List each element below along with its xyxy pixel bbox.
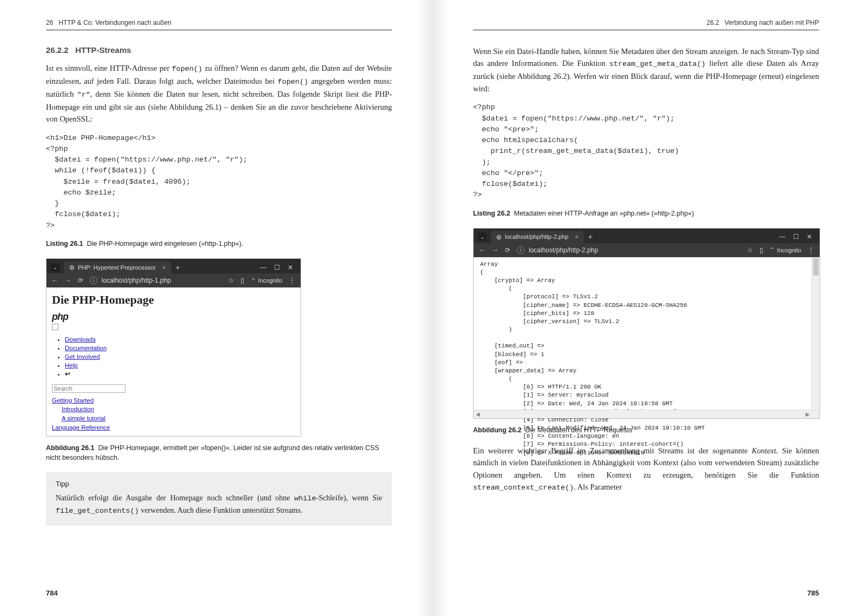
back-icon[interactable]: ←	[479, 246, 485, 254]
nav-link[interactable]: Get Involved	[65, 353, 100, 360]
nav-link[interactable]: Downloads	[65, 336, 96, 343]
running-head-right: 26.2 Verbindung nach außen mit PHP	[473, 19, 819, 30]
body-paragraph: Wenn Sie ein Datei-Handle haben, können …	[473, 45, 819, 95]
doc-link[interactable]: Language Reference	[52, 424, 110, 431]
search-input[interactable]	[52, 384, 125, 393]
tip-box: Tipp Natürlich erfolgt die Ausgabe der H…	[46, 472, 392, 526]
favicon-icon: ◍	[496, 233, 502, 240]
vertical-scrollbar[interactable]	[811, 257, 820, 410]
nav-link[interactable]: Documentation	[65, 345, 107, 351]
runhead-num: 26	[46, 19, 53, 26]
page-number: 784	[46, 589, 58, 597]
figure-caption: Abbildung 26.1 Die PHP-Homepage, ermitte…	[46, 443, 392, 463]
listing-caption: Listing 26.1 Die PHP-Homepage wird einge…	[46, 239, 392, 249]
page-number: 785	[807, 589, 819, 597]
menu-icon[interactable]: ⋮	[289, 277, 295, 284]
bookmark-icon[interactable]: ☆	[747, 246, 753, 254]
incognito-icon: ⌃	[770, 246, 775, 253]
horizontal-scrollbar[interactable]: ◀ ▶	[474, 410, 820, 418]
new-tab-button[interactable]: +	[176, 263, 180, 272]
section-heading: 26.2.2 HTTP-Streams	[46, 45, 392, 55]
maximize-icon[interactable]: ☐	[793, 233, 799, 240]
browser-screenshot: ⌄ ◍ PHP: Hypertext Preprocessor × + — ☐ …	[46, 258, 301, 437]
reader-icon[interactable]: ▯	[241, 277, 244, 284]
browser-tab[interactable]: ◍ localhost/php/http-2.php ×	[491, 231, 584, 243]
site-info-icon[interactable]: i	[517, 246, 524, 254]
site-info-icon[interactable]: i	[90, 277, 97, 284]
doc-link[interactable]: Getting Started	[52, 397, 94, 404]
running-head-left: 26 HTTP & Co: Verbindungen nach außen	[46, 19, 392, 30]
close-tab-icon[interactable]: ×	[162, 264, 165, 271]
code-block: <?php $datei = fopen("https://www.php.ne…	[473, 102, 819, 200]
reload-icon[interactable]: ⟳	[78, 277, 83, 284]
tab-title: localhost/php/http-2.php	[505, 233, 568, 240]
close-window-icon[interactable]: ✕	[288, 264, 293, 271]
close-tab-icon[interactable]: ×	[575, 233, 578, 240]
tip-label: Tipp	[56, 480, 382, 488]
forward-icon[interactable]: →	[492, 246, 498, 254]
nav-list: Downloads Documentation Get Involved Hel…	[65, 335, 295, 378]
code-block: <h1>Die PHP-Homepage</h1> <?php $datei =…	[46, 133, 392, 231]
forward-icon[interactable]: →	[65, 277, 71, 284]
doc-links: Getting Started Introduction A simple tu…	[52, 396, 295, 432]
checkbox-icon[interactable]	[52, 324, 58, 330]
new-tab-button[interactable]: +	[588, 232, 593, 241]
doc-link[interactable]: Introduction	[62, 406, 94, 412]
scroll-right-icon[interactable]: ▶	[803, 410, 812, 418]
runhead-title: HTTP & Co: Verbindungen nach außen	[58, 19, 171, 26]
incognito-badge: ⌃Incognito	[770, 246, 801, 253]
php-favicon-icon: ◍	[69, 264, 75, 271]
scroll-left-icon[interactable]: ◀	[474, 410, 482, 418]
tab-dropdown-icon[interactable]: ⌄	[478, 232, 487, 241]
close-window-icon[interactable]: ✕	[807, 233, 812, 240]
minimize-icon[interactable]: —	[260, 264, 267, 271]
url-text[interactable]: localhost/php/http-2.php	[529, 246, 598, 254]
url-text[interactable]: localhost/php/http-1.php	[102, 277, 171, 284]
page-h1: Die PHP-Homepage	[52, 293, 295, 307]
incognito-icon: ⌃	[251, 277, 256, 284]
tab-dropdown-icon[interactable]: ⌄	[51, 263, 59, 272]
back-icon[interactable]: ←	[52, 277, 58, 284]
tip-body: Natürlich erfolgt die Ausgabe der Homepa…	[56, 492, 382, 517]
output-pre: Array ( [crypto] => Array ( [protocol] =…	[480, 260, 817, 457]
runhead-num: 26.2	[707, 19, 719, 26]
listing-caption: Listing 26.2 Metadaten einer HTTP-Anfrag…	[473, 209, 819, 218]
doc-link[interactable]: A simple tutorial	[62, 415, 105, 421]
body-paragraph: Ist es sinnvoll, eine HTTP-Adresse per f…	[46, 62, 392, 125]
page-left: 26 HTTP & Co: Verbindungen nach außen 26…	[0, 0, 432, 616]
menu-icon[interactable]: ⋮	[808, 246, 814, 254]
tab-title: PHP: Hypertext Preprocessor	[78, 264, 156, 271]
arrow-icon: ↩	[65, 371, 70, 377]
nav-link[interactable]: Help	[65, 362, 78, 369]
runhead-title: Verbindung nach außen mit PHP	[724, 19, 819, 26]
bookmark-icon[interactable]: ☆	[228, 277, 234, 284]
browser-screenshot: ⌄ ◍ localhost/php/http-2.php × + — ☐ ✕ ←…	[473, 228, 820, 419]
page-right: 26.2 Verbindung nach außen mit PHP Wenn …	[432, 0, 865, 616]
minimize-icon[interactable]: —	[779, 233, 786, 240]
maximize-icon[interactable]: ☐	[274, 264, 280, 271]
browser-tab[interactable]: ◍ PHP: Hypertext Preprocessor ×	[64, 261, 171, 273]
php-logo: php	[52, 311, 295, 323]
reader-icon[interactable]: ▯	[760, 246, 763, 254]
reload-icon[interactable]: ⟳	[505, 246, 510, 254]
incognito-badge: ⌃Incognito	[251, 277, 282, 284]
